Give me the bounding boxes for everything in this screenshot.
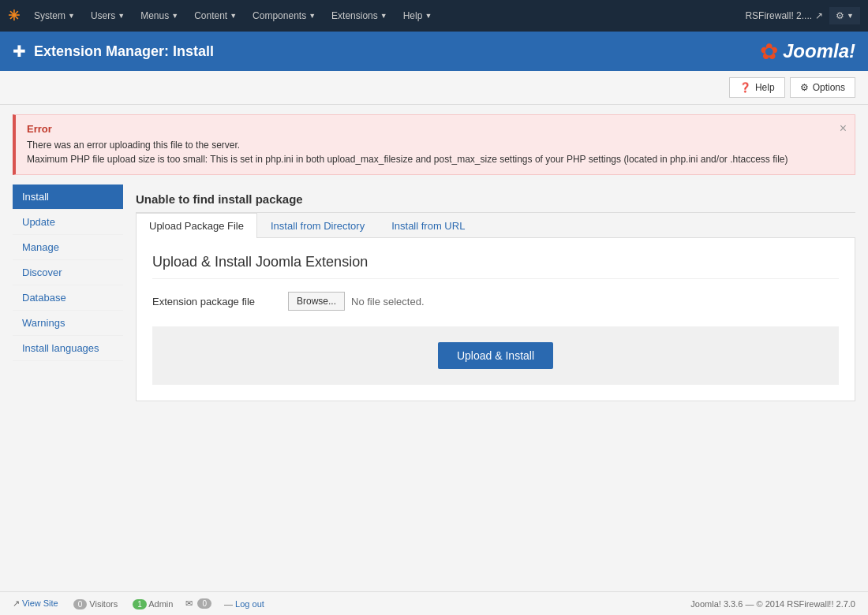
nav-components-caret: ▼ xyxy=(309,12,316,20)
file-placeholder: No file selected. xyxy=(351,296,425,308)
nav-components[interactable]: Components ▼ xyxy=(246,0,322,32)
tabs: Upload Package File Install from Directo… xyxy=(136,213,855,238)
nav-help-caret: ▼ xyxy=(425,12,432,20)
alert-message2-text: Maximum PHP file upload size is too smal… xyxy=(27,154,788,165)
tab-install-url[interactable]: Install from URL xyxy=(378,213,478,238)
joomla-brand: ✿ Joomla! xyxy=(760,39,855,65)
main-panel: Unable to find install package Upload Pa… xyxy=(136,184,855,579)
tab-upload-package[interactable]: Upload Package File xyxy=(136,213,257,238)
rsf-link[interactable]: RSFirewall! 2.... ↗ xyxy=(745,10,823,21)
nav-menus-caret: ▼ xyxy=(171,12,178,20)
nav-components-label: Components xyxy=(253,10,306,21)
error-alert: Error There was an error uploading this … xyxy=(13,114,855,175)
alert-message1: There was an error uploading this file t… xyxy=(27,138,844,166)
panel-heading: Unable to find install package xyxy=(136,184,855,213)
gear-caret: ▼ xyxy=(847,12,854,20)
options-button[interactable]: ⚙ Options xyxy=(790,77,855,98)
sidebar-item-manage[interactable]: Manage xyxy=(13,235,123,260)
nav-users-label: Users xyxy=(91,10,115,21)
footer: ↗ View Site 0 Visitors 1 Admin ✉ 0 — Log… xyxy=(0,591,868,615)
upload-install-button[interactable]: Upload & Install xyxy=(438,342,553,369)
nav-system-label: System xyxy=(34,10,65,21)
logout-icon: — xyxy=(224,599,233,609)
navbar-right: RSFirewall! 2.... ↗ ⚙ ▼ xyxy=(745,7,860,24)
sidebar-install-label: Install xyxy=(22,191,49,203)
gear-icon: ⚙ xyxy=(836,10,844,21)
view-site-label[interactable]: View Site xyxy=(22,598,58,608)
admin-label: Admin xyxy=(148,599,173,609)
extension-icon: ✚ xyxy=(13,42,26,61)
alert-message1-text: There was an error uploading this file t… xyxy=(27,140,240,151)
rsf-label: RSFirewall! 2.... xyxy=(745,10,812,21)
joomla-text: Joomla! xyxy=(783,40,855,62)
nav-extensions-caret: ▼ xyxy=(380,12,387,20)
joomla-flower-icon: ✿ xyxy=(760,39,778,65)
nav-content-caret: ▼ xyxy=(230,12,237,20)
browse-label: Browse... xyxy=(297,296,336,307)
sidebar-manage-label: Manage xyxy=(22,241,59,253)
sidebar-install-languages-label: Install languages xyxy=(22,342,99,354)
toolbar: ❓ Help ⚙ Options xyxy=(0,71,868,105)
options-icon: ⚙ xyxy=(800,82,809,93)
help-label: Help xyxy=(755,82,775,93)
footer-messages: ✉ 0 xyxy=(185,598,211,609)
tab-content: Upload & Install Joomla Extension Extens… xyxy=(136,238,855,401)
nav-content[interactable]: Content ▼ xyxy=(188,0,243,32)
nav-users[interactable]: Users ▼ xyxy=(84,0,131,32)
footer-visitors: 0 Visitors xyxy=(71,599,118,609)
browse-button[interactable]: Browse... xyxy=(288,292,345,311)
nav-help-label: Help xyxy=(403,10,423,21)
sidebar-item-update[interactable]: Update xyxy=(13,210,123,235)
help-button[interactable]: ❓ Help xyxy=(729,77,785,98)
file-input-group: Browse... No file selected. xyxy=(288,292,425,311)
help-icon: ❓ xyxy=(739,82,751,93)
nav-menus[interactable]: Menus ▼ xyxy=(134,0,185,32)
logout-label[interactable]: Log out xyxy=(235,599,264,609)
upload-install-label: Upload & Install xyxy=(457,349,534,362)
options-label: Options xyxy=(813,82,845,93)
nav-menus-label: Menus xyxy=(140,10,169,21)
sidebar-item-install[interactable]: Install xyxy=(13,184,123,210)
top-navbar: ✳ System ▼ Users ▼ Menus ▼ Content ▼ Com… xyxy=(0,0,868,32)
footer-admin: 1 Admin xyxy=(130,599,173,609)
nav-users-caret: ▼ xyxy=(118,12,125,20)
upload-area: Upload & Install xyxy=(152,326,839,385)
tab-directory-label: Install from Directory xyxy=(271,220,365,232)
tab-upload-label: Upload Package File xyxy=(149,220,244,232)
alert-close-button[interactable]: × xyxy=(840,121,847,136)
section-title: Upload & Install Joomla Extension xyxy=(152,254,839,279)
sidebar-item-install-languages[interactable]: Install languages xyxy=(13,336,123,361)
footer-view-site[interactable]: ↗ View Site xyxy=(13,598,58,609)
visitors-badge: 0 xyxy=(73,599,88,609)
footer-logout[interactable]: — Log out xyxy=(224,599,264,609)
nav-extensions-label: Extensions xyxy=(331,10,378,21)
nav-system[interactable]: System ▼ xyxy=(28,0,81,32)
alert-title: Error xyxy=(27,123,844,135)
nav-help[interactable]: Help ▼ xyxy=(397,0,439,32)
sidebar-warnings-label: Warnings xyxy=(22,317,65,329)
form-row-file: Extension package file Browse... No file… xyxy=(152,292,839,311)
sidebar-item-warnings[interactable]: Warnings xyxy=(13,311,123,336)
sidebar-update-label: Update xyxy=(22,216,55,228)
messages-badge: 0 xyxy=(197,598,211,609)
navbar-gear-button[interactable]: ⚙ ▼ xyxy=(829,7,860,24)
messages-icon: ✉ xyxy=(185,598,193,608)
visitors-label: Visitors xyxy=(89,599,118,609)
tab-install-directory[interactable]: Install from Directory xyxy=(257,213,378,238)
form-file-label: Extension package file xyxy=(152,296,279,308)
tab-url-label: Install from URL xyxy=(391,220,465,232)
admin-badge: 1 xyxy=(133,599,147,609)
rsf-external-icon: ↗ xyxy=(815,10,823,21)
sidebar-item-discover[interactable]: Discover xyxy=(13,260,123,285)
joomla-logo-icon: ✳ xyxy=(8,7,20,24)
footer-version-text: Joomla! 3.3.6 — © 2014 RSFirewall!! 2.7.… xyxy=(690,599,855,609)
footer-version: Joomla! 3.3.6 — © 2014 RSFirewall!! 2.7.… xyxy=(690,599,855,609)
sidebar-item-database[interactable]: Database xyxy=(13,285,123,311)
nav-content-label: Content xyxy=(194,10,227,21)
title-bar: ✚ Extension Manager: Install ✿ Joomla! xyxy=(0,32,868,71)
nav-system-caret: ▼ xyxy=(68,12,75,20)
sidebar: Install Update Manage Discover Database … xyxy=(13,184,123,579)
nav-extensions[interactable]: Extensions ▼ xyxy=(325,0,394,32)
page-title: Extension Manager: Install xyxy=(34,43,214,60)
view-site-icon: ↗ xyxy=(13,598,20,608)
